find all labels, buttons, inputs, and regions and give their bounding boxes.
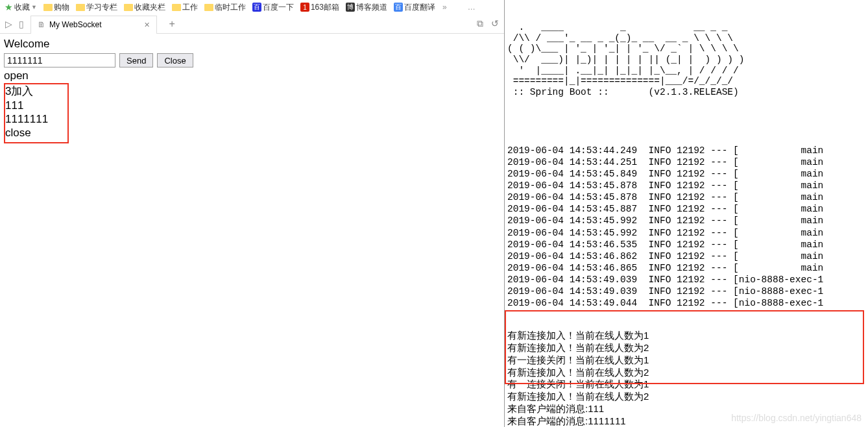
message-input[interactable] (4, 53, 115, 67)
bookmark-page-icon[interactable]: ▯ (19, 19, 24, 29)
close-button[interactable]: Close (157, 53, 193, 67)
favorites-menu[interactable]: ★ 收藏 ▼ (3, 2, 39, 13)
tab-bar: ▷ ▯ 🗎 My WebSocket ✕ + ⧉ ↺ (0, 14, 504, 34)
overflow-icon[interactable]: » (440, 3, 450, 12)
console-pane: . ____ _ __ _ _ /\\ / ___'_ __ _ _(_)_ _… (505, 0, 868, 427)
console-msg-line: 有新连接加入！当前在线人数为1 (507, 330, 868, 342)
console-log-line: 2019-06-04 14:53:45.887 INFO 12192 --- [… (507, 203, 868, 215)
page-content: Welcome Send Close open 3加入1111111111clo… (0, 34, 504, 147)
bookmark-item-8[interactable]: 百百度翻译 (392, 2, 437, 13)
bookmark-item-2[interactable]: 收藏夹栏 (122, 2, 167, 13)
browser-pane: ★ 收藏 ▼ 购物学习专栏收藏夹栏工作临时工作百百度一下1163邮箱博博客频道百… (0, 0, 505, 427)
bookmark-item-1[interactable]: 学习专栏 (74, 2, 119, 13)
console-msg-line: 有新连接加入！当前在线人数为2 (507, 367, 868, 379)
console-log-line: 2019-06-04 14:53:49.044 INFO 12192 --- [… (507, 297, 868, 309)
bookmark-item-6[interactable]: 1163邮箱 (298, 2, 341, 13)
status-open: open (4, 69, 500, 82)
console-log-line: 2019-06-04 14:53:46.865 INFO 12192 --- [… (507, 262, 868, 274)
page-icon: 🗎 (38, 20, 45, 29)
back-icon[interactable]: ▷ (5, 19, 12, 29)
close-tab-icon[interactable]: ✕ (144, 21, 150, 29)
console-log-line: 2019-06-04 14:53:45.878 INFO 12192 --- [… (507, 191, 868, 203)
site-icon: 1 (300, 3, 309, 12)
folder-icon (172, 4, 181, 11)
console-log-line: 2019-06-04 14:53:45.849 INFO 12192 --- [… (507, 168, 868, 180)
tab-title: My WebSocket (49, 20, 101, 29)
star-icon: ★ (5, 2, 13, 12)
console-log-line: 2019-06-04 14:53:45.992 INFO 12192 --- [… (507, 215, 868, 226)
console-msg-line: 有一连接关闭！当前在线人数为1 (507, 378, 868, 391)
bookmark-item-3[interactable]: 工作 (170, 2, 200, 13)
folder-icon (76, 4, 85, 11)
console-log-line: 2019-06-04 14:53:44.249 INFO 12192 --- [… (507, 145, 868, 156)
spring-ascii-art: . ____ _ __ _ _ /\\ / ___'_ __ _ _(_)_ _… (507, 22, 868, 98)
site-icon: 百 (394, 3, 403, 12)
console-log-line: 2019-06-04 14:53:44.251 INFO 12192 --- [… (507, 156, 868, 168)
page-heading: Welcome (4, 38, 500, 51)
watermark: https://blog.csdn.net/yingtian648 (731, 413, 862, 423)
favorites-label: 收藏 (14, 2, 30, 13)
bookmark-item-4[interactable]: 临时工作 (202, 2, 248, 13)
tab-my-websocket[interactable]: 🗎 My WebSocket ✕ (30, 16, 157, 34)
bookmark-item-0[interactable]: 购物 (42, 2, 71, 13)
console-log-line: 2019-06-04 14:53:49.039 INFO 12192 --- [… (507, 274, 868, 286)
folder-icon (204, 4, 213, 11)
site-icon: 百 (252, 3, 261, 12)
bookmarks-bar: ★ 收藏 ▼ 购物学习专栏收藏夹栏工作临时工作百百度一下1163邮箱博博客频道百… (0, 0, 504, 14)
restore-icon[interactable]: ↺ (491, 18, 499, 29)
new-tab-button[interactable]: + (163, 18, 180, 30)
log-line: close (5, 126, 64, 140)
split-icon[interactable]: ⧉ (477, 18, 483, 29)
console-log-line: 2019-06-04 14:53:46.535 INFO 12192 --- [… (507, 239, 868, 250)
console-msg-line: 有新连接加入！当前在线人数为2 (507, 342, 868, 354)
console-log-line: 2019-06-04 14:53:45.878 INFO 12192 --- [… (507, 180, 868, 191)
console-log-line: 2019-06-04 14:53:46.862 INFO 12192 --- [… (507, 250, 868, 262)
log-highlight: 3加入1111111111close (4, 83, 69, 143)
log-line: 3加入 (5, 84, 64, 98)
bookmark-item-5[interactable]: 百百度一下 (250, 2, 296, 13)
folder-icon (124, 4, 133, 11)
send-button[interactable]: Send (119, 53, 153, 67)
folder-icon (43, 4, 53, 11)
bookmark-item-7[interactable]: 博博客频道 (344, 2, 389, 13)
console-msg-line: 有一连接关闭！当前在线人数为1 (507, 354, 868, 367)
console-log-line: 2019-06-04 14:53:49.039 INFO 12192 --- [… (507, 286, 868, 297)
more-icon[interactable]: … (465, 3, 478, 12)
console-msg-line: 有新连接加入！当前在线人数为2 (507, 391, 868, 403)
console-log-line: 2019-06-04 14:53:45.992 INFO 12192 --- [… (507, 227, 868, 239)
log-line: 111 (5, 99, 64, 112)
dropdown-icon: ▼ (31, 4, 37, 10)
log-line: 1111111 (5, 112, 64, 126)
site-icon: 博 (346, 3, 355, 12)
